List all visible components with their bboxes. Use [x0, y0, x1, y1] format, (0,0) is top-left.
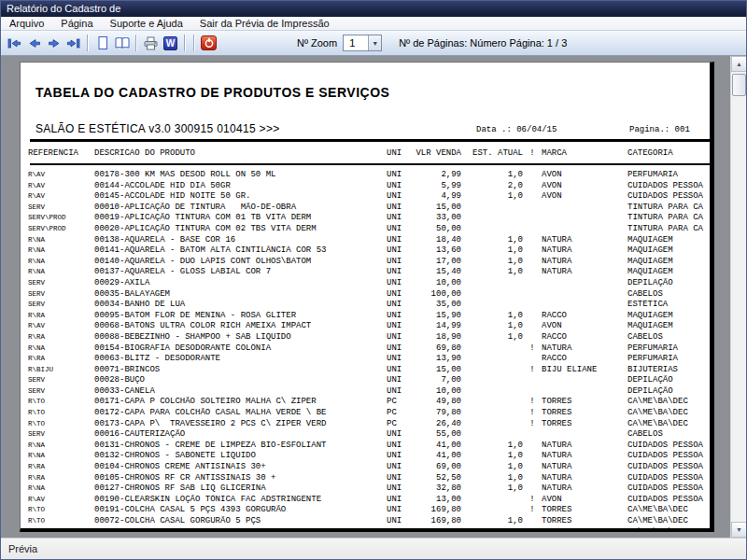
- cell-uni: UNI: [387, 365, 415, 376]
- cell-desc: 00137-AQUARELA - GLOSS LABIAL COR 7: [94, 267, 387, 278]
- cell-ref: R\TO: [28, 419, 94, 430]
- cell-marca: RACCO: [542, 354, 627, 365]
- cell-price: 169,80: [415, 516, 461, 527]
- cell-price: 5,99: [415, 181, 461, 192]
- col-header-est-atual: EST. ATUAL: [461, 147, 523, 159]
- cell-cat: CUIDADOS PESSOA: [627, 462, 710, 473]
- facing-pages-view-button[interactable]: [112, 34, 132, 53]
- cell-desc: 00127-CHRONOS RF SAB LIQ GLICERINA: [94, 483, 387, 495]
- vertical-scrollbar[interactable]: ▲ ▼: [730, 56, 746, 538]
- cell-uni: UNI: [387, 321, 415, 332]
- cell-price: 52,50: [415, 473, 461, 484]
- cell-flag: !: [523, 419, 542, 430]
- cell-ref: R\AV: [28, 191, 94, 203]
- first-page-button[interactable]: [5, 34, 24, 53]
- cell-est: [461, 213, 523, 224]
- previous-page-button[interactable]: [24, 34, 44, 53]
- cell-cat: MAQUIAGEM: [627, 245, 710, 257]
- cell-ref: SERV: [28, 300, 94, 311]
- app-window: Relatório do Cadastro de Arquivo Página …: [0, 0, 747, 560]
- zoom-dropdown-arrow-icon[interactable]: ▼: [368, 35, 381, 50]
- table-row: R\RA00105-CHRONOS RF CR ANTISSINAIS 30 +…: [21, 473, 710, 484]
- cell-marca: NATURA: [542, 462, 627, 473]
- cell-uni: UNI: [387, 181, 415, 192]
- table-row: R\TO00170-COLCHA SOLTEIRO GORGURINHO 2 P…: [21, 527, 710, 528]
- export-word-icon: W: [163, 36, 177, 50]
- cell-price: 15,00: [415, 365, 461, 376]
- cell-est: 1,0: [461, 462, 523, 473]
- menu-sair-previa[interactable]: Sair da Prévia de Impressão: [191, 17, 338, 31]
- cell-flag: [523, 170, 542, 181]
- cell-flag: [523, 267, 542, 278]
- export-word-button[interactable]: W: [161, 34, 180, 53]
- scrollbar-thumb[interactable]: [732, 74, 746, 96]
- zoom-dropdown[interactable]: 1 ▼: [343, 35, 382, 51]
- cell-desc: 00141-AQUARELA - BATOM ALTA CINTILÂNCIA …: [94, 245, 387, 257]
- table-row: R\TO00171-CAPA P COLCHÃO SOLTEIRO MALHA …: [21, 397, 710, 408]
- cell-cat: CA\ME\BA\DEC: [627, 516, 710, 527]
- cell-desc: 00034-BANHO DE LUA: [94, 300, 387, 311]
- cell-est: [461, 354, 523, 365]
- cell-cat: CA\ME\BA\DEC: [627, 505, 710, 516]
- cell-ref: R\NA: [28, 257, 94, 268]
- next-page-button[interactable]: [44, 34, 63, 53]
- cell-marca: NATURA: [542, 451, 627, 462]
- menu-pagina[interactable]: Página: [52, 17, 101, 31]
- menu-suporte-ajuda[interactable]: Suporte e Ajuda: [102, 17, 191, 31]
- cell-desc: 00105-CHRONOS RF CR ANTISSINAIS 30 +: [94, 473, 387, 484]
- cell-est: 1,0: [461, 257, 523, 268]
- cell-ref: R\AV: [28, 321, 94, 332]
- cell-marca: NATURA: [542, 343, 627, 355]
- cell-flag: [523, 300, 542, 311]
- cell-ref: SERV: [28, 429, 94, 441]
- close-preview-button[interactable]: [199, 34, 218, 53]
- cell-ref: R\NA: [28, 245, 94, 257]
- cell-marca: NATURA: [542, 483, 627, 495]
- title-bar[interactable]: Relatório do Cadastro de: [1, 1, 746, 17]
- cell-est: 1,0: [461, 516, 523, 527]
- cell-uni: UNI: [387, 289, 415, 301]
- cell-flag: [523, 289, 542, 301]
- cell-marca: TORRES: [542, 527, 627, 528]
- print-button[interactable]: [141, 34, 161, 53]
- cell-cat: CUIDADOS PESSOA: [627, 473, 710, 484]
- table-row: SERV\PROD00020-APLICAÇÃO TINTURA COM 02 …: [21, 224, 710, 235]
- cell-desc: 00019-APLICAÇÃO TINTURA COM 01 TB VITA D…: [94, 213, 387, 224]
- first-page-icon: [7, 38, 21, 49]
- cell-uni: UNI: [387, 224, 415, 235]
- cell-ref: R\NA: [28, 451, 94, 462]
- cell-cat: CUIDADOS PESSOA: [627, 191, 710, 203]
- cell-price: 18,40: [415, 235, 461, 246]
- cell-est: [461, 419, 523, 430]
- cell-flag: [523, 332, 542, 343]
- status-bar: Prévia: [1, 538, 746, 559]
- scrollbar-down-icon[interactable]: ▼: [731, 522, 746, 538]
- table-row: SERV00034-BANHO DE LUAUNI35,00ESTÉTICA: [21, 300, 710, 311]
- last-page-button[interactable]: [63, 34, 83, 53]
- cell-desc: 00104-CHRONOS CREME ANTISINAIS 30+: [94, 462, 387, 473]
- scrollbar-up-icon[interactable]: ▲: [731, 56, 746, 72]
- cell-desc: 00132-CHRONOS - SABONETE LÍQUIDO: [94, 451, 387, 462]
- table-row: R\NA00141-AQUARELA - BATOM ALTA CINTILÂN…: [21, 245, 710, 257]
- cell-cat: PERFUMARIA: [627, 343, 710, 355]
- table-row: R\NA00127-CHRONOS RF SAB LIQ GLICERINAUN…: [21, 483, 710, 495]
- cell-desc: 00172-CAPA PARA COLCHÃO CASAL MALHA VERD…: [94, 408, 387, 419]
- cell-flag: !: [523, 527, 542, 528]
- cell-ref: R\AV: [28, 495, 94, 506]
- table-row: R\NA00138-AQUARELA - BASE COR 16UNI18,40…: [21, 235, 710, 246]
- cell-marca: AVON: [542, 495, 627, 506]
- table-row: R\NA00132-CHRONOS - SABONETE LÍQUIDOUNI4…: [21, 451, 710, 462]
- cell-ref: R\RA: [28, 462, 94, 473]
- cell-price: 17,00: [415, 257, 461, 268]
- single-page-view-button[interactable]: [92, 34, 112, 53]
- menu-arquivo[interactable]: Arquivo: [1, 17, 52, 31]
- cell-est: [461, 429, 523, 441]
- table-row: R\NA00140-AQUARELA - DUO LÁPIS CONT OLHO…: [21, 257, 710, 268]
- cell-desc: 00173-CAPA P\ TRAVESSEIRO 2 PCS C\ ZIPER…: [94, 419, 387, 430]
- cell-price: 49,80: [415, 397, 461, 408]
- cell-desc: 00029-AXILA: [94, 278, 387, 289]
- cell-est: 1,0: [461, 332, 523, 343]
- cell-price: 69,00: [415, 462, 461, 473]
- cell-price: 15,40: [415, 267, 461, 278]
- cell-cat: DEPILAÇÃO: [627, 386, 710, 398]
